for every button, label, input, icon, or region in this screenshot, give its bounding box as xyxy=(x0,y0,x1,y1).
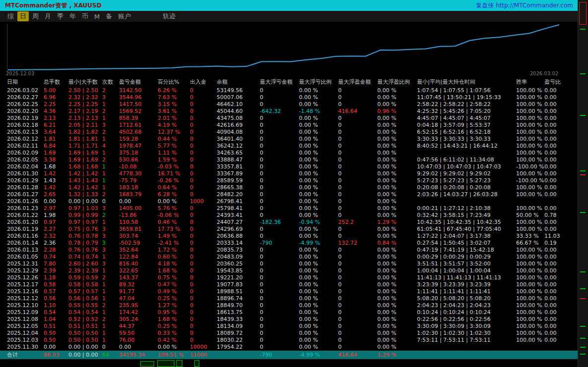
column-header-6: 百分比% xyxy=(158,77,190,87)
table-cell: 0.00 xyxy=(544,163,578,170)
table-cell: 7:53:11 | 7:53:11 | 7:53:11 xyxy=(417,337,516,344)
table-cell: 0 xyxy=(260,337,299,344)
table-row[interactable]: 2026.02.116.841.71 | 1.7141978.475.77 %0… xyxy=(0,143,578,150)
table-cell: 25798.41 xyxy=(217,205,260,212)
table-row[interactable]: 2026.02.053.381.69 | 1.692530.661.59 %03… xyxy=(0,157,578,163)
table-row[interactable]: 2026.01.260.000.00 | 0.0000.000.00 %1000… xyxy=(0,198,578,205)
table-cell: -4.99 % xyxy=(299,240,338,247)
menu-item-8[interactable]: M xyxy=(92,12,102,21)
table-cell xyxy=(516,198,544,205)
table-cell: 0.00 % xyxy=(377,288,417,295)
table-cell: 0.78 xyxy=(544,212,578,219)
table-row[interactable]: 2025.11.300.000.00 | 0.0000.000.00 %1000… xyxy=(0,344,578,351)
table-cell: 0 xyxy=(338,101,377,108)
table-row[interactable]: 2026.02.276.962.32 | 2.3233544.967.63 %0… xyxy=(0,94,578,101)
table-row[interactable]: 2026.02.186.212.05 | 2.1131712.614.19 %0… xyxy=(0,122,578,129)
menu-item-6[interactable]: 年 xyxy=(67,11,78,21)
table-cell: 100.00 % xyxy=(516,330,544,337)
table-row[interactable]: 2025.12.040.500.50 | 0.50159.500.33 %018… xyxy=(0,330,578,337)
table-cell: 0 xyxy=(338,344,377,351)
table-cell: 0.00 xyxy=(44,198,68,205)
table-cell: 0 xyxy=(260,226,299,233)
table-cell: 0 xyxy=(338,87,377,94)
table-row[interactable]: 2026.01.192.270.75 | 0.7633659.8117.73 %… xyxy=(0,226,578,233)
table-cell: 0 xyxy=(260,205,299,212)
menu-item-4[interactable]: 月 xyxy=(42,11,54,21)
table-row[interactable]: 2026.01.301.421.42 | 1.4214778.3016.71 %… xyxy=(0,170,578,177)
table-row[interactable]: 2026.02.091.691.69 | 1.691375.181.11 %03… xyxy=(0,150,578,157)
menu-item-trail[interactable]: 轨迹 xyxy=(160,11,178,21)
table-cell: 0 xyxy=(190,302,217,309)
menu-item-1[interactable]: 综 xyxy=(5,11,16,21)
table-cell: 0.52 | 0.52 xyxy=(68,316,102,323)
table-cell: 3.15 % xyxy=(158,101,190,108)
table-cell: 0.00 % xyxy=(377,309,417,316)
table-row[interactable]: 2026.01.142.360.78 | 0.793-502.59-2.41 %… xyxy=(0,240,578,247)
menu-item-5[interactable]: 季 xyxy=(55,11,66,21)
table-cell: 1.11 % xyxy=(158,150,190,157)
table-cell: 2:58:22 | 2:58:22 | 2:58:22 xyxy=(417,101,516,108)
price-scale-tick xyxy=(580,338,586,339)
table-row[interactable]: 2026.02.204.362.17 | 2.1921569.523.61 %0… xyxy=(0,108,578,115)
table-cell: -0.03 % xyxy=(158,163,190,170)
table-row[interactable]: 2026.01.200.970.97 | 0.971110.580.46 %02… xyxy=(0,219,578,226)
table-cell: 0 xyxy=(190,323,217,330)
table-row[interactable]: 2026.01.272.651.32 | 1.3321683.796.28 %0… xyxy=(0,191,578,198)
menu-item-9[interactable]: 备 xyxy=(103,11,115,21)
table-cell: 2.13 xyxy=(44,115,68,122)
table-row[interactable]: 2026.01.162.320.76 | 0.783303.741.49 %02… xyxy=(0,233,578,240)
brand-link[interactable]: 复盘侠 http://MTCommander.com xyxy=(476,1,573,10)
table-cell: 0 xyxy=(190,226,217,233)
table-row[interactable]: 2025.12.170.580.58 | 0.58189.320.47 %019… xyxy=(0,281,578,288)
table-cell: 100.00 % xyxy=(516,170,544,177)
table-row[interactable]: 2025.12.261.180.59 | 0.592143.370.75 %01… xyxy=(0,274,578,281)
table-cell: 0 xyxy=(260,254,299,261)
menu-item-10[interactable]: 账户 xyxy=(116,11,133,21)
menu-item-3[interactable]: 周 xyxy=(30,11,41,21)
table-cell: 0.00 % xyxy=(299,122,338,129)
table-row[interactable]: 2026.02.121.811.81 | 1.811159.280.44 %03… xyxy=(0,136,578,143)
table-row[interactable]: 2025.12.160.570.57 | 0.57191.770.49 %018… xyxy=(0,288,578,295)
table-row[interactable]: 2026.02.252.252.25 | 2.2511417.503.15 %0… xyxy=(0,101,578,108)
table-cell: 0 xyxy=(260,212,299,219)
table-row[interactable]: 2025.12.030.500.50 | 0.50176.000.42 %018… xyxy=(0,337,578,344)
table-cell: 1.27 % xyxy=(158,302,190,309)
table-row[interactable]: 2026.01.281.421.42 | 1.421183.180.64 %02… xyxy=(0,184,578,191)
table-row[interactable]: 2026.02.133.641.82 | 1.8224502.6812.37 %… xyxy=(0,129,578,136)
table-row[interactable]: 2025.12.090.540.54 | 0.541174.420.95 %01… xyxy=(0,309,578,316)
total-cell xyxy=(417,351,516,359)
table-row[interactable]: 2026.03.025.002.50 | 2.5023142.506.26 %0… xyxy=(0,87,578,94)
table-row[interactable]: 2026.01.232.970.97 | 1.0331405.005.76 %0… xyxy=(0,205,578,212)
table-cell: 33.33 % xyxy=(516,233,544,240)
table-row[interactable]: 2026.02.041.681.68 | 1.681-10.08-0.03 %0… xyxy=(0,163,578,170)
table-cell: 0.00 % xyxy=(377,184,417,191)
table-row[interactable]: 2025.12.050.510.51 | 0.51144.370.25 %018… xyxy=(0,323,578,330)
table-row[interactable]: 2026.01.291.431.43 | 1.431-75.79-0.26 %0… xyxy=(0,177,578,184)
table-cell: 2026.02.09 xyxy=(7,150,44,157)
table-row[interactable]: 2025.12.292.392.39 | 2.391322.651.68 %01… xyxy=(0,267,578,274)
table-cell: 0.00 xyxy=(544,157,578,163)
table-cell: 0 xyxy=(338,302,377,309)
table-row[interactable]: 2025.12.317.802.60 | 2.603816.404.18 %02… xyxy=(0,261,578,267)
table-row[interactable]: 2026.02.192.132.13 | 2.131858.392.01 %04… xyxy=(0,115,578,122)
table-row[interactable]: 2026.01.132.280.76 | 0.763352.641.72 %02… xyxy=(0,247,578,254)
table-cell: 0 xyxy=(190,150,217,157)
table-cell: 0.00 % xyxy=(377,226,417,233)
table-cell: 33357.81 xyxy=(217,163,260,170)
table-row[interactable]: 2026.01.050.740.74 | 0.741122.840.60 %02… xyxy=(0,254,578,261)
table-row[interactable]: 2025.12.101.100.55 | 0.552235.951.27 %01… xyxy=(0,302,578,309)
table-cell: 0 xyxy=(260,274,299,281)
table-cell: 7.80 xyxy=(44,261,68,267)
table-cell: 0 xyxy=(190,129,217,136)
table-cell: 1 xyxy=(102,309,119,316)
table-row[interactable]: 2026.01.221.980.99 | 0.992-13.86-0.06 %0… xyxy=(0,212,578,219)
table-row[interactable]: 2025.12.081.040.52 | 0.522305.241.68 %01… xyxy=(0,316,578,323)
table-cell: 20636.88 xyxy=(217,233,260,240)
table-row[interactable]: 2025.12.120.560.56 | 0.56147.040.25 %018… xyxy=(0,295,578,302)
menu-item-7[interactable]: 币 xyxy=(79,11,91,21)
table-cell: 0 xyxy=(338,261,377,267)
table-cell: -10.08 xyxy=(119,163,158,170)
table-cell: 1 xyxy=(102,184,119,191)
table-cell: 0 xyxy=(338,205,377,212)
menu-item-2[interactable]: 日 xyxy=(17,11,29,21)
